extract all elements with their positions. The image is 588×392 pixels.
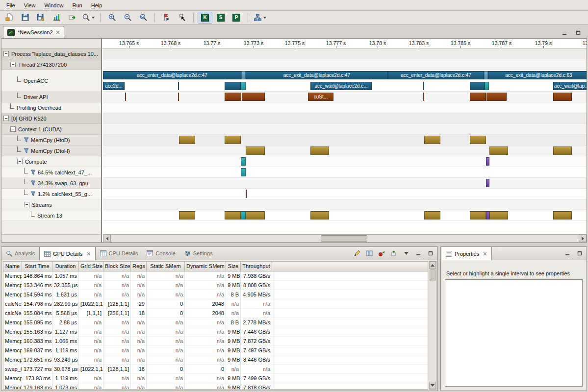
column-header-dynamic-smem[interactable]: Dynamic SMem [185, 262, 226, 271]
filter-icon[interactable] [24, 137, 29, 143]
table-row[interactable]: Memcpy172.651 ms93.249 µsn/an/an/an/an/a… [3, 355, 428, 365]
menu-file[interactable]: File [2, 1, 20, 10]
tab-console[interactable]: Console [142, 247, 179, 260]
export-data-button[interactable] [390, 249, 398, 258]
timeline-interval[interactable]: cuSt... [308, 93, 333, 101]
scrollbar-thumb[interactable] [321, 235, 367, 242]
timeline-interval[interactable] [484, 71, 488, 79]
row-label-thread[interactable]: Thread 2741307200 [1, 59, 101, 70]
save-session-as-button[interactable] [33, 12, 48, 24]
column-header-throughput[interactable]: Throughput [241, 262, 272, 271]
row-label-stream13[interactable]: Stream 13 [1, 210, 101, 221]
close-icon[interactable] [483, 252, 487, 256]
timeline-lane-thread[interactable] [103, 59, 587, 70]
close-icon[interactable] [87, 252, 91, 256]
row-label-driver[interactable]: Driver API [1, 92, 101, 102]
timeline-interval[interactable] [241, 82, 246, 90]
minimize-icon[interactable] [561, 28, 568, 37]
timeline-interval[interactable]: acc_wait@lap... [553, 82, 587, 90]
timeline-interval[interactable] [424, 136, 440, 144]
table-row[interactable]: Memcpy160.383 ms1.066 msn/an/an/an/an/a9… [3, 337, 428, 346]
timeline-horizontal-scrollbar[interactable] [103, 234, 587, 242]
timeline-interval[interactable]: acc_wait@laplace2d.c... [310, 82, 372, 90]
timeline-lane-streams[interactable] [103, 199, 587, 210]
import-export-button[interactable] [65, 12, 79, 24]
timeline-interval[interactable] [242, 93, 265, 101]
column-header-block-size[interactable]: Block Size [103, 262, 131, 271]
timeline-interval[interactable] [486, 211, 489, 220]
timeline-interval[interactable] [310, 147, 329, 155]
timeline-interval[interactable] [470, 93, 486, 101]
timeline-interval[interactable] [225, 136, 241, 144]
row-label-swap63[interactable]: 34.3% swap_63_gpu [1, 178, 101, 189]
timeline-interval[interactable] [225, 93, 241, 101]
timeline-lane-compute[interactable] [103, 156, 587, 167]
timeline-canvas[interactable]: acc_enter_data@laplace2d.c:47acc_exit_da… [103, 49, 587, 234]
column-header-start-time[interactable]: Start Time [22, 262, 52, 271]
timeline-interval[interactable] [553, 93, 572, 101]
row-label-htod[interactable]: MemCpy (HtoD) [1, 135, 101, 146]
zoom-tool-button[interactable] [80, 12, 96, 24]
scrollbar-thumb[interactable] [430, 270, 435, 281]
table-row[interactable]: Memcpy153.346 ms32.355 µsn/an/an/an/an/a… [3, 281, 428, 290]
zoom-fit-button[interactable] [136, 12, 151, 24]
collapse-toggle-icon[interactable] [17, 159, 23, 164]
goto-marker-button[interactable] [175, 12, 189, 24]
row-label-openacc[interactable]: OpenACC [1, 70, 101, 92]
edit-filter-button[interactable] [353, 249, 361, 258]
zoom-in-button[interactable] [104, 12, 119, 24]
timeline-lane-calc55[interactable] [103, 189, 587, 199]
new-session-button[interactable] [2, 12, 17, 24]
timeline-interval[interactable] [310, 211, 329, 220]
row-label-streams[interactable]: Streams [1, 199, 101, 210]
timeline-interval[interactable] [423, 82, 424, 90]
tab-properties[interactable]: Properties [441, 247, 492, 260]
toggle-stream-timeline-button[interactable]: S [213, 12, 228, 24]
timeline-interval[interactable] [470, 82, 485, 90]
tab-cpu-details[interactable]: CPU Details [96, 247, 143, 260]
menu-window[interactable]: Window [40, 1, 68, 10]
timeline-lane-driver[interactable]: cuSt... [103, 92, 587, 102]
timeline-interval[interactable] [489, 211, 508, 220]
maximize-icon[interactable] [576, 249, 584, 258]
maximize-icon[interactable] [574, 28, 582, 37]
zoom-out-button[interactable] [120, 12, 135, 24]
scroll-left-button[interactable] [103, 235, 111, 242]
profile-application-button[interactable] [49, 12, 64, 24]
filter-icon[interactable] [30, 170, 36, 175]
timeline-interval[interactable] [553, 147, 572, 155]
row-label-grid[interactable]: [0] GRID K520 [1, 113, 101, 124]
timeline-interval[interactable] [241, 157, 246, 166]
timeline-interval[interactable] [485, 82, 489, 90]
menu-help[interactable]: Help [87, 1, 107, 10]
timeline-lane-process[interactable] [103, 49, 587, 59]
table-row[interactable]: Memcpy148.864 ms1.057 msn/an/an/an/an/a9… [3, 271, 428, 281]
timeline-lane-context[interactable] [103, 124, 587, 135]
row-label-context[interactable]: Context 1 (CUDA) [1, 124, 101, 135]
timeline-interval[interactable] [423, 93, 424, 101]
column-header-grid-size[interactable]: Grid Size [79, 262, 103, 271]
timeline-interval[interactable] [489, 147, 508, 155]
toggle-kernel-timeline-button[interactable]: K [198, 12, 212, 24]
add-marker-button[interactable]: F [159, 12, 174, 24]
collapse-toggle-icon[interactable] [3, 51, 9, 56]
session-tab[interactable]: *NewSession2 [3, 26, 64, 38]
row-label-calc55[interactable]: 1.2% calcNext_55_g... [1, 189, 101, 199]
table-row[interactable]: calcNext155.084 ms5.568 µs[1,1,1][256,1,… [3, 309, 428, 318]
timeline-interval[interactable] [241, 71, 246, 79]
column-header-regs[interactable]: Regs [131, 262, 147, 271]
table-row[interactable]: Memcpy154.594 ms1.631 µsn/an/an/an/an/a8… [3, 290, 428, 299]
table-row[interactable]: Memcpy179.163 ms1.073 msn/an/an/an/an/a9… [3, 383, 428, 390]
column-header-static-smem[interactable]: Static SMem [147, 262, 185, 271]
toggle-process-timeline-button[interactable]: P [229, 12, 244, 24]
tab-analysis[interactable]: Analysis [1, 247, 39, 260]
timeline-lane-grid[interactable] [103, 113, 587, 124]
row-label-compute[interactable]: Compute [1, 156, 101, 167]
timeline-interval[interactable] [179, 211, 195, 220]
scroll-up-button[interactable] [429, 262, 436, 269]
collect-data-button[interactable] [378, 249, 385, 258]
row-label-dtoh[interactable]: MemCpy (DtoH) [1, 146, 101, 156]
close-icon[interactable] [56, 30, 60, 34]
scroll-down-button[interactable] [429, 382, 436, 389]
table-row[interactable]: Memcpy155.095 ms2.88 µsn/an/an/an/an/a8 … [3, 318, 428, 327]
